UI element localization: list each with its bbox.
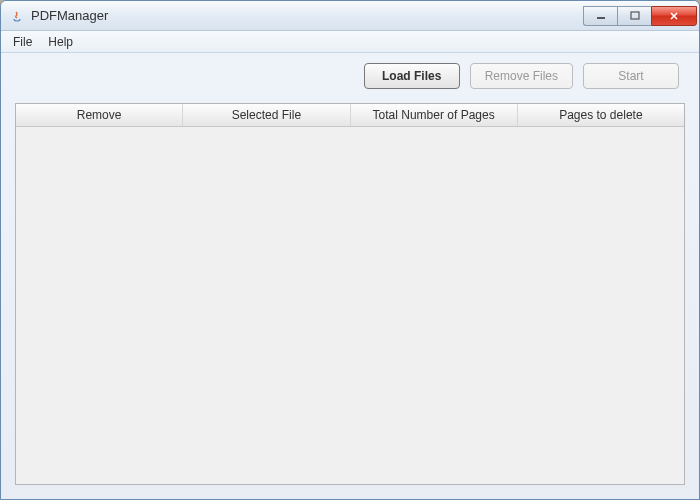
- files-table: Remove Selected File Total Number of Pag…: [15, 103, 685, 485]
- table-header: Remove Selected File Total Number of Pag…: [16, 104, 684, 127]
- minimize-button[interactable]: [583, 6, 617, 26]
- java-icon: [9, 8, 25, 24]
- window-title: PDFManager: [31, 8, 583, 23]
- svg-rect-1: [631, 12, 639, 19]
- toolbar: Load Files Remove Files Start: [15, 63, 685, 89]
- menu-help[interactable]: Help: [40, 33, 81, 51]
- column-remove[interactable]: Remove: [16, 104, 183, 126]
- close-button[interactable]: [651, 6, 697, 26]
- menubar: File Help: [1, 31, 699, 53]
- menu-file[interactable]: File: [5, 33, 40, 51]
- start-button[interactable]: Start: [583, 63, 679, 89]
- table-body: [16, 127, 684, 484]
- window-controls: [583, 6, 697, 26]
- maximize-button[interactable]: [617, 6, 651, 26]
- app-window: PDFManager File Help Load Files Remove F…: [0, 0, 700, 500]
- column-pages-to-delete[interactable]: Pages to delete: [518, 104, 684, 126]
- load-files-button[interactable]: Load Files: [364, 63, 460, 89]
- column-selected-file[interactable]: Selected File: [183, 104, 350, 126]
- column-total-pages[interactable]: Total Number of Pages: [351, 104, 518, 126]
- content-area: Load Files Remove Files Start Remove Sel…: [1, 53, 699, 499]
- svg-rect-0: [597, 17, 605, 19]
- remove-files-button[interactable]: Remove Files: [470, 63, 573, 89]
- titlebar[interactable]: PDFManager: [1, 1, 699, 31]
